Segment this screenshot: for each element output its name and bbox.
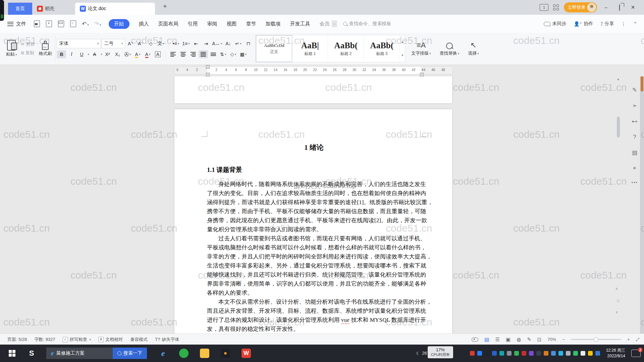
tab-ruler-icon[interactable]: ⊓ (244, 40, 253, 48)
collaborate-button[interactable]: 👤⁺ 协作 (574, 21, 593, 27)
more-options-icon[interactable]: ⋮ (621, 21, 626, 26)
tray-icon[interactable] (529, 351, 534, 356)
close-button[interactable]: ✕ (629, 4, 637, 10)
first-line-indent-marker[interactable] (206, 65, 210, 69)
weather-widget[interactable]: ☾ 26℃ 多云 17% CPU利用率 (416, 350, 467, 356)
char-scale-icon[interactable]: A↔▾ (211, 40, 223, 48)
web-view-icon[interactable]: ◍ (517, 337, 521, 343)
image-tool-icon[interactable]: ▤ (632, 149, 637, 156)
font-size-select[interactable]: 二号▾ (102, 39, 125, 48)
gallery-up-icon[interactable]: ▲ (401, 40, 404, 44)
find-replace-button[interactable]: 查找替换▾ (440, 41, 460, 56)
subscript-button[interactable]: X₂ (113, 50, 122, 58)
tab-page-layout[interactable]: 页面布局 (158, 21, 178, 27)
command-search[interactable]: 查找命令、搜索模板 (343, 21, 410, 27)
ink-view-icon[interactable]: ✎ (527, 337, 531, 343)
superscript-button[interactable]: X² (103, 50, 112, 58)
paste-button[interactable]: 粘贴▾ (6, 34, 17, 63)
phonetic-guide-icon[interactable]: 文▾ (156, 40, 165, 48)
align-right-icon[interactable] (189, 50, 198, 58)
bullets-icon[interactable]: •≡▾ (171, 40, 180, 48)
tab-review[interactable]: 审阅 (207, 21, 217, 27)
tab-addins[interactable]: 加载项 (266, 21, 281, 27)
tray-icon[interactable] (492, 351, 497, 356)
file-explorer-icon[interactable] (200, 349, 209, 358)
file-menu[interactable]: 文件 (16, 21, 26, 27)
text-direction-icon[interactable]: ↵▾ (233, 40, 243, 48)
horizontal-ruler[interactable]: 6422468101214161820222426283032343638404… (174, 66, 453, 74)
tray-icon[interactable] (470, 351, 475, 356)
gallery-down-icon[interactable]: ▼ (401, 54, 404, 57)
tray-icon[interactable] (522, 351, 526, 356)
increase-font-icon[interactable]: A⁺ (126, 40, 135, 48)
style-heading2[interactable]: AaBb( 标题 2 (328, 35, 364, 62)
tray-icon[interactable] (573, 351, 578, 356)
decrease-font-icon[interactable]: A⁻ (136, 40, 145, 48)
edge-scroll-thumb[interactable] (641, 76, 643, 92)
outline-view-icon[interactable]: ☰ (495, 337, 499, 343)
tray-icon[interactable] (551, 351, 556, 356)
zoom-slider-knob[interactable] (594, 337, 598, 342)
taskbar-clock[interactable]: 12:26 周三 2022/9/14 (606, 348, 625, 359)
tab-member[interactable]: 会员 (320, 21, 330, 27)
tab-docer[interactable]: 稻壳 (32, 3, 70, 15)
notification-icon[interactable]: 2 (631, 350, 641, 357)
print-preview-icon[interactable] (70, 20, 76, 27)
proofread-button[interactable]: ✗ 文档校对 (98, 337, 123, 343)
save-icon[interactable] (34, 20, 40, 27)
tray-icon[interactable] (544, 351, 548, 356)
document-canvas[interactable]: 1 绪论 1.1 课题背景 身处网络时代，随着网络系统体系发展的不断成熟和完善，… (0, 76, 644, 334)
read-view-icon[interactable]: ▣ (506, 337, 511, 343)
taskbar-search[interactable]: e 装修施工方案 搜索一下 (46, 348, 147, 359)
italic-button[interactable]: I (67, 50, 76, 58)
tab-insert[interactable]: 插入 (139, 21, 149, 27)
enclose-char-button[interactable]: A▾ (123, 50, 132, 58)
tab-view[interactable]: 视图 (227, 21, 237, 27)
previous-page-button[interactable]: « (614, 288, 620, 290)
fit-page-icon[interactable]: ⊡ (537, 337, 542, 343)
page-indicator[interactable]: 页面: 5/28 (7, 337, 27, 343)
shading-icon[interactable]: ◇▾ (229, 50, 238, 58)
restore-button[interactable] (615, 5, 624, 10)
hamburger-icon[interactable] (7, 20, 13, 27)
char-border-button[interactable]: A (153, 50, 163, 58)
collapse-ribbon-icon[interactable]: ⌃ (633, 21, 637, 26)
borders-icon[interactable]: ▦▾ (239, 50, 248, 58)
align-justify-icon[interactable] (199, 50, 208, 58)
document-body[interactable]: 身处网络时代，随着网络系统体系发展的不断成熟和完善，人们的生活也随之发生了很大的… (207, 180, 421, 334)
style-heading3[interactable]: AaBb( 标题 3 (364, 35, 400, 62)
ink-pen-icon[interactable]: ✎ (632, 86, 637, 94)
zoom-slider[interactable] (571, 339, 621, 340)
start-button[interactable] (9, 350, 15, 357)
vertical-scrollbar[interactable]: ▲ « ◻ » (615, 76, 622, 334)
left-indent-marker[interactable] (206, 73, 210, 76)
missing-font-warning[interactable]: T? 缺失字体 (155, 337, 179, 343)
bold-button[interactable]: B (57, 50, 66, 58)
wps-app-icon[interactable]: W (241, 349, 251, 358)
line-spacing-icon[interactable]: ⇅▾ (219, 50, 228, 58)
window-split-icon[interactable]: 1 (540, 4, 548, 11)
member-chevron-icon[interactable]: › (332, 20, 337, 27)
undo-icon[interactable]: ↶▾ (82, 20, 89, 27)
help-icon[interactable]: ? (633, 134, 636, 140)
adjust-handle-icon[interactable]: ⊷ (632, 118, 638, 125)
login-button[interactable]: 立即登录 (564, 2, 597, 12)
cut-button[interactable]: ✂ 剪切 (21, 41, 35, 47)
ie-app-icon[interactable]: e (158, 349, 168, 358)
tab-section[interactable]: 章节 (246, 21, 256, 27)
tray-icon[interactable] (581, 351, 585, 356)
minimize-button[interactable]: − (602, 5, 610, 10)
tab-home[interactable]: 首页 (8, 3, 32, 15)
current-page[interactable]: 1 绪论 1.1 课题背景 身处网络时代，随着网络系统体系发展的不断成熟和完善，… (174, 109, 452, 334)
tag-tool-icon[interactable]: ⌖ (633, 165, 636, 172)
edge-scroll-track[interactable] (640, 76, 644, 334)
tray-icon[interactable] (595, 351, 600, 356)
tray-icon[interactable] (507, 351, 512, 356)
tray-icon[interactable] (477, 351, 482, 356)
tray-icon[interactable] (536, 351, 541, 356)
highlight-color-button[interactable]: A▾ (133, 50, 143, 58)
next-page-button[interactable]: » (614, 311, 620, 313)
right-indent-marker[interactable] (420, 73, 424, 76)
compat-mode[interactable]: 兼容模式 (130, 337, 148, 343)
cursor-select-icon[interactable]: ➣ (632, 102, 637, 109)
